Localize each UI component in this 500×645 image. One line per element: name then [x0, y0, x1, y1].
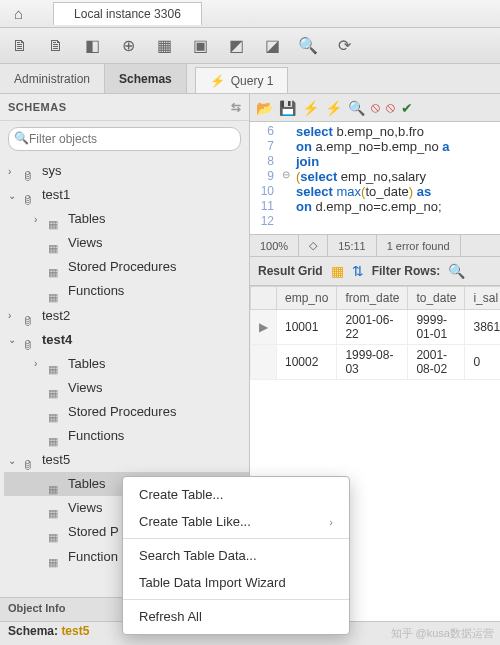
- sql-editor[interactable]: 6select b.emp_no,b.fro7on a.emp_no=b.emp…: [250, 122, 500, 234]
- search-icon[interactable]: 🔍: [448, 263, 465, 279]
- sql-file-open-icon[interactable]: 🗎: [44, 34, 68, 58]
- result-header: Result Grid ▦ ⇅ Filter Rows: 🔍: [250, 256, 500, 286]
- ctx-create-table-like-[interactable]: Create Table Like...›: [123, 508, 349, 535]
- open-icon[interactable]: 📂: [256, 100, 273, 116]
- query-tab-label: Query 1: [231, 74, 274, 88]
- filter-rows-label: Filter Rows:: [372, 264, 441, 278]
- tree-views[interactable]: Views: [4, 231, 249, 255]
- filter-input[interactable]: [8, 127, 241, 151]
- editor-status: 100% ◇ 15:11 1 error found: [250, 234, 500, 256]
- tab-administration[interactable]: Administration: [0, 64, 105, 93]
- context-menu[interactable]: Create Table...Create Table Like...›Sear…: [122, 476, 350, 635]
- commit-icon[interactable]: ✔: [401, 100, 413, 116]
- db-icon: [22, 334, 38, 346]
- execute-icon[interactable]: ⚡: [302, 100, 319, 116]
- folder-icon: [48, 526, 64, 538]
- search-icon: 🔍: [14, 131, 29, 145]
- panel-tabs: Administration Schemas ⚡Query 1: [0, 64, 500, 94]
- tree-fn[interactable]: Functions: [4, 279, 249, 303]
- folder-icon: [48, 237, 64, 249]
- folder-icon: [48, 406, 64, 418]
- folder-icon: [48, 286, 64, 298]
- tree-node-test1[interactable]: ⌄test1: [4, 183, 249, 207]
- zoom-level[interactable]: 100%: [250, 235, 299, 256]
- folder-icon: [48, 358, 64, 370]
- cursor-pos: 15:11: [328, 235, 377, 256]
- connection-tab[interactable]: Local instance 3306: [53, 2, 202, 25]
- folder-icon: [48, 551, 64, 563]
- search-data-icon[interactable]: 🔍: [296, 34, 320, 58]
- save-icon[interactable]: 💾: [279, 100, 296, 116]
- ctx-search-table-data-[interactable]: Search Table Data...: [123, 542, 349, 569]
- tree-node-sys[interactable]: ›sys: [4, 159, 249, 183]
- schemas-header: SCHEMAS ⇆: [0, 94, 249, 121]
- new-schema-icon[interactable]: ⊕: [116, 34, 140, 58]
- new-table-icon[interactable]: ▦: [152, 34, 176, 58]
- folder-icon: [48, 382, 64, 394]
- inspector-icon[interactable]: ◧: [80, 34, 104, 58]
- ctx-refresh-all[interactable]: Refresh All: [123, 603, 349, 630]
- bolt-icon: ⚡: [210, 74, 225, 88]
- tree-tables[interactable]: ›Tables: [4, 352, 249, 376]
- home-icon[interactable]: ⌂: [14, 5, 23, 22]
- stop-icon[interactable]: ⦸: [371, 99, 380, 116]
- tree-views[interactable]: Views: [4, 376, 249, 400]
- execute-step-icon[interactable]: ⚡: [325, 100, 342, 116]
- error-status: 1 error found: [377, 235, 461, 256]
- db-icon: [22, 454, 38, 466]
- folder-icon: [48, 502, 64, 514]
- ctx-table-data-import-wizard[interactable]: Table Data Import Wizard: [123, 569, 349, 596]
- grid-icon[interactable]: ▦: [331, 263, 344, 279]
- new-view-icon[interactable]: ▣: [188, 34, 212, 58]
- kill-icon[interactable]: ⦸: [386, 99, 395, 116]
- explain-icon[interactable]: 🔍: [348, 100, 365, 116]
- tree-node-test2[interactable]: ›test2: [4, 304, 249, 328]
- new-sp-icon[interactable]: ◩: [224, 34, 248, 58]
- schemas-title: SCHEMAS: [8, 101, 67, 113]
- tree-tables[interactable]: ›Tables: [4, 207, 249, 231]
- sql-file-new-icon[interactable]: 🗎: [8, 34, 32, 58]
- new-fn-icon[interactable]: ◪: [260, 34, 284, 58]
- schema-value: test5: [61, 624, 89, 638]
- tree-fn[interactable]: Functions: [4, 424, 249, 448]
- tab-query1[interactable]: ⚡Query 1: [195, 67, 289, 93]
- watermark: 知乎 @kusa数据运营: [391, 626, 494, 641]
- tree-node-test4[interactable]: ⌄test4: [4, 328, 249, 352]
- reconnect-icon[interactable]: ⟳: [332, 34, 356, 58]
- tree-sp[interactable]: Stored Procedures: [4, 400, 249, 424]
- folder-icon: [48, 430, 64, 442]
- result-grid-label: Result Grid: [258, 264, 323, 278]
- folder-icon: [48, 261, 64, 273]
- db-icon: [22, 310, 38, 322]
- tree-sp[interactable]: Stored Procedures: [4, 255, 249, 279]
- ctx-create-table-[interactable]: Create Table...: [123, 481, 349, 508]
- main-toolbar: 🗎 🗎 ◧ ⊕ ▦ ▣ ◩ ◪ 🔍 ⟳: [0, 28, 500, 64]
- folder-icon: [48, 213, 64, 225]
- filter-icon[interactable]: ⇅: [352, 263, 364, 279]
- titlebar: ⌂ Local instance 3306: [0, 0, 500, 28]
- editor-toolbar: 📂 💾 ⚡ ⚡ 🔍 ⦸ ⦸ ✔: [250, 94, 500, 122]
- schema-label: Schema:: [8, 624, 58, 638]
- stepper-icon[interactable]: ◇: [299, 235, 328, 256]
- tree-node-test5[interactable]: ⌄test5: [4, 448, 249, 472]
- db-icon: [22, 189, 38, 201]
- tab-schemas[interactable]: Schemas: [105, 64, 187, 93]
- refresh-arrows-icon[interactable]: ⇆: [231, 100, 242, 114]
- db-icon: [22, 165, 38, 177]
- folder-icon: [48, 478, 64, 490]
